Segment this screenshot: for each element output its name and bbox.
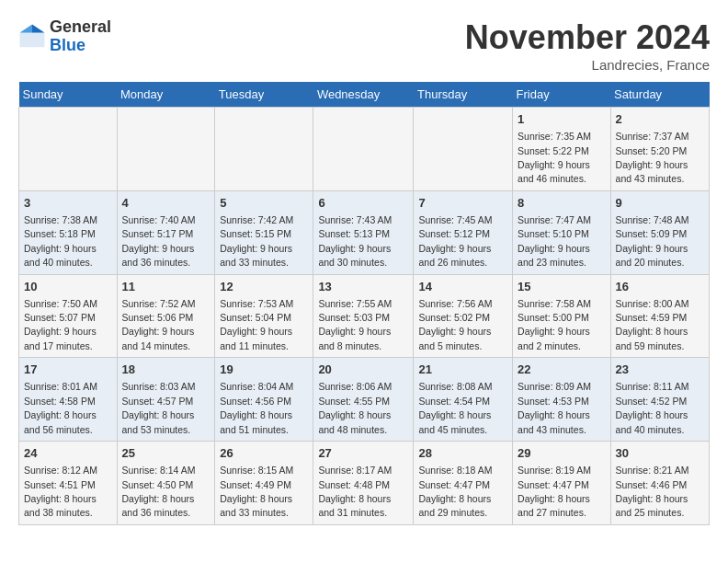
day-number: 30 (616, 445, 704, 462)
calendar-header-row: SundayMondayTuesdayWednesdayThursdayFrid… (19, 82, 710, 108)
calendar-cell: 25Sunrise: 8:14 AM Sunset: 4:50 PM Dayli… (117, 442, 215, 525)
page-header: General Blue November 2024 Landrecies, F… (18, 18, 710, 73)
calendar-cell: 1Sunrise: 7:35 AM Sunset: 5:22 PM Daylig… (513, 108, 611, 191)
calendar-cell: 6Sunrise: 7:43 AM Sunset: 5:13 PM Daylig… (313, 190, 414, 274)
calendar-cell: 11Sunrise: 7:52 AM Sunset: 5:06 PM Dayli… (117, 274, 215, 358)
calendar-table: SundayMondayTuesdayWednesdayThursdayFrid… (18, 82, 710, 525)
calendar-cell: 20Sunrise: 8:06 AM Sunset: 4:55 PM Dayli… (313, 358, 414, 442)
day-number: 9 (616, 195, 704, 212)
calendar-cell: 9Sunrise: 7:48 AM Sunset: 5:09 PM Daylig… (610, 190, 709, 274)
calendar-cell: 16Sunrise: 8:00 AM Sunset: 4:59 PM Dayli… (610, 274, 709, 358)
calendar-week-row: 17Sunrise: 8:01 AM Sunset: 4:58 PM Dayli… (19, 358, 710, 442)
day-number: 4 (122, 195, 210, 212)
day-number: 16 (616, 279, 704, 295)
svg-marker-1 (32, 24, 45, 32)
day-info: Sunrise: 7:52 AM Sunset: 5:06 PM Dayligh… (122, 298, 196, 351)
day-info: Sunrise: 7:55 AM Sunset: 5:03 PM Dayligh… (318, 298, 392, 351)
day-info: Sunrise: 7:43 AM Sunset: 5:13 PM Dayligh… (318, 214, 392, 268)
day-number: 27 (318, 445, 408, 462)
day-info: Sunrise: 7:37 AM Sunset: 5:20 PM Dayligh… (616, 131, 689, 184)
day-info: Sunrise: 8:08 AM Sunset: 4:54 PM Dayligh… (418, 381, 492, 434)
calendar-cell: 2Sunrise: 7:37 AM Sunset: 5:20 PM Daylig… (610, 108, 709, 191)
calendar-cell (313, 108, 414, 191)
calendar-cell: 17Sunrise: 8:01 AM Sunset: 4:58 PM Dayli… (19, 358, 118, 442)
calendar-cell: 15Sunrise: 7:58 AM Sunset: 5:00 PM Dayli… (513, 274, 611, 358)
calendar-cell: 29Sunrise: 8:19 AM Sunset: 4:47 PM Dayli… (513, 442, 611, 525)
day-info: Sunrise: 8:18 AM Sunset: 4:47 PM Dayligh… (418, 465, 492, 518)
calendar-cell: 3Sunrise: 7:38 AM Sunset: 5:18 PM Daylig… (19, 190, 118, 274)
day-number: 7 (418, 195, 507, 212)
day-info: Sunrise: 7:47 AM Sunset: 5:10 PM Dayligh… (518, 214, 591, 268)
day-number: 11 (122, 279, 210, 295)
calendar-cell (117, 108, 215, 191)
logo-text: General Blue (50, 18, 111, 55)
day-info: Sunrise: 8:09 AM Sunset: 4:53 PM Dayligh… (518, 381, 591, 434)
title-block: November 2024 Landrecies, France (465, 18, 710, 73)
calendar-cell (215, 108, 313, 191)
day-number: 26 (220, 445, 308, 462)
calendar-cell: 27Sunrise: 8:17 AM Sunset: 4:48 PM Dayli… (313, 442, 414, 525)
day-number: 18 (122, 362, 210, 378)
day-info: Sunrise: 7:56 AM Sunset: 5:02 PM Dayligh… (418, 298, 492, 351)
month-title: November 2024 (465, 18, 710, 57)
day-number: 12 (220, 279, 308, 295)
day-info: Sunrise: 7:45 AM Sunset: 5:12 PM Dayligh… (418, 214, 492, 268)
day-info: Sunrise: 8:04 AM Sunset: 4:56 PM Dayligh… (220, 381, 293, 434)
calendar-cell: 10Sunrise: 7:50 AM Sunset: 5:07 PM Dayli… (19, 274, 118, 358)
day-header-friday: Friday (513, 82, 611, 108)
logo-blue-text: Blue (50, 37, 111, 55)
day-info: Sunrise: 7:35 AM Sunset: 5:22 PM Dayligh… (518, 131, 591, 184)
day-info: Sunrise: 8:00 AM Sunset: 4:59 PM Dayligh… (616, 298, 689, 351)
day-info: Sunrise: 7:50 AM Sunset: 5:07 PM Dayligh… (24, 298, 97, 351)
calendar-cell: 21Sunrise: 8:08 AM Sunset: 4:54 PM Dayli… (414, 358, 513, 442)
day-number: 8 (518, 195, 606, 212)
location: Landrecies, France (465, 57, 710, 73)
calendar-week-row: 3Sunrise: 7:38 AM Sunset: 5:18 PM Daylig… (19, 190, 710, 274)
day-info: Sunrise: 8:12 AM Sunset: 4:51 PM Dayligh… (24, 465, 97, 518)
day-number: 1 (518, 111, 606, 128)
day-number: 13 (318, 279, 408, 295)
day-info: Sunrise: 8:17 AM Sunset: 4:48 PM Dayligh… (318, 465, 392, 518)
day-number: 25 (122, 445, 210, 462)
day-header-sunday: Sunday (19, 82, 118, 108)
day-header-monday: Monday (117, 82, 215, 108)
calendar-cell: 26Sunrise: 8:15 AM Sunset: 4:49 PM Dayli… (215, 442, 313, 525)
day-number: 19 (220, 362, 308, 378)
day-number: 2 (616, 111, 704, 128)
calendar-cell: 19Sunrise: 8:04 AM Sunset: 4:56 PM Dayli… (215, 358, 313, 442)
day-number: 15 (518, 279, 606, 295)
day-header-wednesday: Wednesday (313, 82, 414, 108)
calendar-cell (19, 108, 118, 191)
day-info: Sunrise: 8:19 AM Sunset: 4:47 PM Dayligh… (518, 465, 591, 518)
calendar-cell: 22Sunrise: 8:09 AM Sunset: 4:53 PM Dayli… (513, 358, 611, 442)
calendar-cell (414, 108, 513, 191)
calendar-cell: 13Sunrise: 7:55 AM Sunset: 5:03 PM Dayli… (313, 274, 414, 358)
calendar-week-row: 24Sunrise: 8:12 AM Sunset: 4:51 PM Dayli… (19, 442, 710, 525)
day-info: Sunrise: 8:01 AM Sunset: 4:58 PM Dayligh… (24, 381, 97, 434)
day-info: Sunrise: 8:15 AM Sunset: 4:49 PM Dayligh… (220, 465, 293, 518)
day-info: Sunrise: 8:11 AM Sunset: 4:52 PM Dayligh… (616, 381, 689, 434)
calendar-cell: 8Sunrise: 7:47 AM Sunset: 5:10 PM Daylig… (513, 190, 611, 274)
day-number: 28 (418, 445, 507, 462)
day-number: 23 (616, 362, 704, 378)
day-number: 21 (418, 362, 507, 378)
day-number: 20 (318, 362, 408, 378)
day-number: 24 (24, 445, 112, 462)
calendar-cell: 30Sunrise: 8:21 AM Sunset: 4:46 PM Dayli… (610, 442, 709, 525)
day-info: Sunrise: 8:21 AM Sunset: 4:46 PM Dayligh… (616, 465, 689, 518)
day-info: Sunrise: 7:48 AM Sunset: 5:09 PM Dayligh… (616, 214, 689, 268)
day-number: 6 (318, 195, 408, 212)
day-info: Sunrise: 8:14 AM Sunset: 4:50 PM Dayligh… (122, 465, 196, 518)
day-info: Sunrise: 7:40 AM Sunset: 5:17 PM Dayligh… (122, 214, 196, 268)
calendar-cell: 24Sunrise: 8:12 AM Sunset: 4:51 PM Dayli… (19, 442, 118, 525)
calendar-cell: 23Sunrise: 8:11 AM Sunset: 4:52 PM Dayli… (610, 358, 709, 442)
day-number: 17 (24, 362, 112, 378)
day-number: 22 (518, 362, 606, 378)
day-number: 5 (220, 195, 308, 212)
day-number: 29 (518, 445, 606, 462)
day-number: 10 (24, 279, 112, 295)
calendar-week-row: 1Sunrise: 7:35 AM Sunset: 5:22 PM Daylig… (19, 108, 710, 191)
calendar-cell: 5Sunrise: 7:42 AM Sunset: 5:15 PM Daylig… (215, 190, 313, 274)
calendar-cell: 7Sunrise: 7:45 AM Sunset: 5:12 PM Daylig… (414, 190, 513, 274)
day-info: Sunrise: 7:42 AM Sunset: 5:15 PM Dayligh… (220, 214, 293, 268)
